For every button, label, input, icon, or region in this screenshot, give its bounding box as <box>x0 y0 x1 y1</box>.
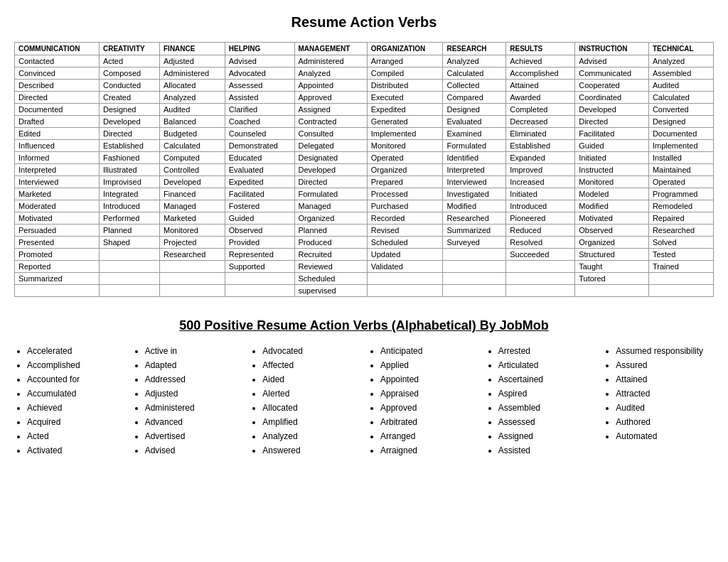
alphabetical-grid: AcceleratedAccomplishedAccounted forAccu… <box>14 345 714 458</box>
list-item: Amplified <box>262 416 360 428</box>
table-cell: Examined <box>443 128 506 140</box>
table-cell: Counseled <box>225 128 294 140</box>
list-item: Ascertained <box>498 373 596 386</box>
table-cell <box>225 273 294 285</box>
table-row: InformedFashionedComputedEducatedDesigna… <box>15 152 714 164</box>
table-row: InterviewedImprovisedDevelopedExpeditedD… <box>15 176 714 188</box>
alpha-column: Active inAdaptedAddressedAdjustedAdminis… <box>132 345 243 458</box>
table-cell: Designed <box>443 104 506 116</box>
list-item: Accumulated <box>27 387 125 400</box>
table-cell: Identified <box>443 152 506 164</box>
table-cell: Developed <box>99 116 159 128</box>
table-cell <box>506 285 575 297</box>
alpha-column: AdvocatedAffectedAidedAlertedAllocatedAm… <box>250 345 360 458</box>
table-cell: supervised <box>294 285 367 297</box>
table-cell: Established <box>506 140 575 152</box>
table-header: RESEARCH <box>443 43 506 55</box>
table-cell: Planned <box>99 225 159 237</box>
table-cell: Projected <box>160 237 225 249</box>
table-cell <box>99 249 159 261</box>
table-cell: Formulated <box>294 188 367 200</box>
list-item: Adjusted <box>145 387 243 400</box>
table-cell: Monitored <box>575 176 649 188</box>
table-cell: Analyzed <box>443 55 506 67</box>
table-cell: Interviewed <box>15 176 100 188</box>
table-header: RESULTS <box>506 43 575 55</box>
table-cell: Purchased <box>367 200 443 212</box>
table-row: MotivatedPerformedMarketedGuidedOrganize… <box>15 212 714 225</box>
list-item: Appraised <box>380 387 478 400</box>
table-cell: Arranged <box>367 55 443 67</box>
list-item: Active in <box>145 345 243 357</box>
table-cell: Recruited <box>294 249 367 261</box>
table-cell: Audited <box>160 104 225 116</box>
table-cell: Facilitated <box>575 128 649 140</box>
list-item: Achieved <box>27 401 125 414</box>
table-cell <box>575 285 649 297</box>
table-cell: Instructed <box>575 164 649 176</box>
table-cell: Created <box>99 92 159 104</box>
table-cell: Organized <box>367 164 443 176</box>
list-item: Accelerated <box>27 345 125 357</box>
table-cell <box>648 273 713 285</box>
table-cell: Coordinated <box>575 92 649 104</box>
table-cell: Promoted <box>15 249 100 261</box>
list-item: Administered <box>145 401 243 414</box>
list-item: Articulated <box>498 359 596 372</box>
table-cell: Observed <box>225 225 294 237</box>
table-cell: Convinced <box>15 67 100 80</box>
list-item: Applied <box>380 359 478 372</box>
table-cell: Solved <box>648 237 713 249</box>
table-cell: Computed <box>160 152 225 164</box>
table-cell: Compiled <box>367 67 443 80</box>
table-cell: Appointed <box>294 80 367 92</box>
table-cell: Pioneered <box>506 212 575 225</box>
table-cell: Programmed <box>648 188 713 200</box>
list-item: Attained <box>616 373 714 386</box>
table-header: HELPING <box>225 43 294 55</box>
table-row: EditedDirectedBudgetedCounseledConsulted… <box>15 128 714 140</box>
table-cell: Marketed <box>15 188 100 200</box>
table-header: MANAGEMENT <box>294 43 367 55</box>
table-header: TECHNICAL <box>648 43 713 55</box>
table-row: InterpretedIllustratedControlledEvaluate… <box>15 164 714 176</box>
table-cell <box>443 285 506 297</box>
table-row: supervised <box>15 285 714 297</box>
table-cell: Organized <box>575 237 649 249</box>
table-cell: Evaluated <box>443 116 506 128</box>
table-cell: Guided <box>575 140 649 152</box>
list-item: Affected <box>262 359 360 372</box>
table-cell: Cooperated <box>575 80 649 92</box>
table-cell: Accomplished <box>506 67 575 80</box>
table-cell: Assisted <box>225 92 294 104</box>
table-cell: Recorded <box>367 212 443 225</box>
list-item: Allocated <box>262 401 360 414</box>
table-cell: Communicated <box>575 67 649 80</box>
table-cell: Converted <box>648 104 713 116</box>
table-cell: Implemented <box>648 140 713 152</box>
table-cell <box>160 285 225 297</box>
table-cell: Researched <box>443 212 506 225</box>
table-cell: Motivated <box>575 212 649 225</box>
table-cell: Succeeded <box>506 249 575 261</box>
alpha-column: AnticipatedAppliedAppointedAppraisedAppr… <box>368 345 478 458</box>
list-item: Addressed <box>145 373 243 386</box>
list-item: Advocated <box>262 345 360 357</box>
table-cell: Performed <box>99 212 159 225</box>
list-item: Answered <box>262 444 360 457</box>
alpha-column: Assumed responsibilityAssuredAttainedAtt… <box>603 345 714 458</box>
table-cell: Initiated <box>575 152 649 164</box>
table-cell: Increased <box>506 176 575 188</box>
table-cell: Processed <box>367 188 443 200</box>
table-cell <box>648 285 713 297</box>
table-cell: Reduced <box>506 225 575 237</box>
table-cell <box>99 273 159 285</box>
table-cell: Administered <box>160 67 225 80</box>
list-item: Assisted <box>498 444 596 457</box>
table-cell: Directed <box>294 176 367 188</box>
table-row: DocumentedDesignedAuditedClarifiedAssign… <box>15 104 714 116</box>
table-cell: Contacted <box>15 55 100 67</box>
table-cell: Monitored <box>367 140 443 152</box>
table-header: ORGANIZATION <box>367 43 443 55</box>
table-cell: Observed <box>575 225 649 237</box>
